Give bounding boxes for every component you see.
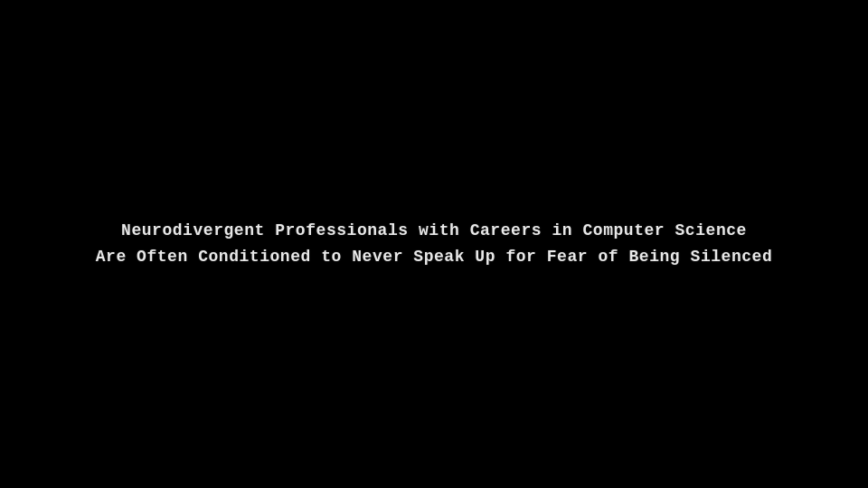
video-screen: Neurodivergent Professionals with Career… bbox=[0, 0, 868, 488]
caption-line-1: Neurodivergent Professionals with Career… bbox=[96, 218, 773, 244]
caption-container: Neurodivergent Professionals with Career… bbox=[96, 218, 773, 270]
caption-line-2: Are Often Conditioned to Never Speak Up … bbox=[96, 244, 773, 270]
